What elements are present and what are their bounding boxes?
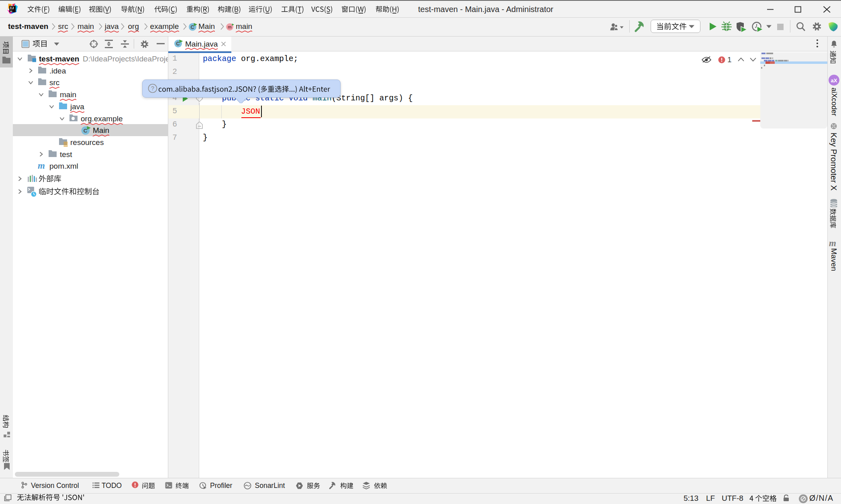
svg-text:?: ? <box>151 85 154 92</box>
svg-text:C: C <box>176 41 180 47</box>
svg-text:C: C <box>84 128 88 134</box>
svg-text:aX: aX <box>831 78 837 84</box>
svg-text:IJ: IJ <box>10 6 14 10</box>
svg-text:m: m <box>228 24 232 29</box>
svg-text:C: C <box>190 24 194 30</box>
